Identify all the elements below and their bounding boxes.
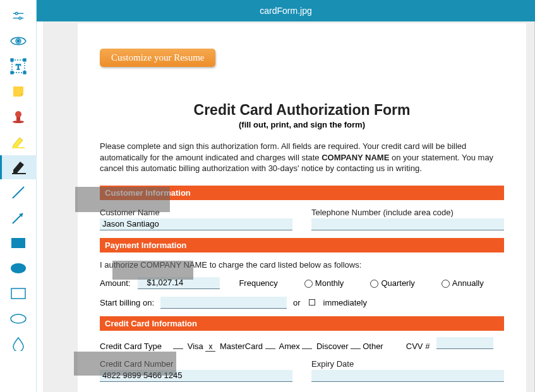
svg-point-5 <box>17 40 19 42</box>
rectangle-outline-icon[interactable] <box>5 282 32 306</box>
svg-rect-9 <box>11 71 13 74</box>
highlighter-icon[interactable] <box>5 130 32 154</box>
arrow-icon[interactable] <box>5 206 32 230</box>
file-title: cardForm.jpg <box>260 6 311 16</box>
ellipse-fill-icon[interactable] <box>5 256 32 280</box>
customer-name-label: Customer Name <box>100 208 160 217</box>
svg-rect-8 <box>23 59 26 61</box>
immediately-label: immediately <box>323 298 367 307</box>
immediately-checkbox[interactable] <box>309 299 315 306</box>
frequency-label: Frequency <box>239 278 277 288</box>
svg-rect-10 <box>23 71 26 74</box>
freq-quarterly[interactable]: Quarterly <box>370 278 414 288</box>
line-icon[interactable] <box>5 181 32 205</box>
note-icon[interactable] <box>5 80 32 104</box>
telephone-field[interactable] <box>311 218 504 230</box>
cc-number-label: Credit Card Number <box>100 359 173 369</box>
form-subtitle: (fill out, print, and sign the form) <box>100 120 504 129</box>
svg-point-14 <box>15 111 21 117</box>
svg-rect-19 <box>11 238 25 248</box>
customize-resume-button[interactable]: Customize your Resume <box>100 49 215 67</box>
svg-point-3 <box>18 17 21 20</box>
ellipse-outline-icon[interactable] <box>5 307 32 331</box>
svg-rect-7 <box>11 59 13 61</box>
svg-point-2 <box>15 13 18 15</box>
telephone-label: Telephone Number (include area code) <box>311 208 454 217</box>
document-page: Customize your Resume Credit Card Author… <box>78 23 526 392</box>
canvas-area[interactable]: Customize your Resume Credit Card Author… <box>43 21 535 392</box>
titlebar: cardForm.jpg <box>37 0 535 21</box>
cvv-field[interactable] <box>436 337 493 349</box>
svg-rect-21 <box>11 288 25 299</box>
stamp-icon[interactable] <box>5 105 32 129</box>
svg-point-20 <box>11 263 26 273</box>
svg-point-22 <box>11 314 26 323</box>
svg-rect-15 <box>12 147 25 148</box>
amount-field[interactable]: $1,027.14 <box>138 277 220 289</box>
svg-rect-16 <box>12 173 26 174</box>
text-frame-icon[interactable]: T <box>5 54 32 78</box>
section-cc: Credit Card Information <box>100 316 504 331</box>
eye-icon[interactable] <box>5 29 32 53</box>
section-payment: Payment Information <box>100 238 504 252</box>
customer-name-field[interactable]: Jason Santiago <box>100 218 292 230</box>
expiry-label: Expiry Date <box>311 359 354 369</box>
cc-number-field[interactable]: 4822 9899 5466 1245 <box>100 370 292 382</box>
marker-icon[interactable] <box>0 155 37 179</box>
cc-type-row: Credit Card Type Visa x MasterCard Amex … <box>100 337 504 352</box>
or-text: or <box>293 298 301 307</box>
amount-label: Amount: <box>100 278 130 288</box>
start-billing-field[interactable] <box>160 297 287 309</box>
intro-text: Please complete and sign this authorizat… <box>100 141 504 174</box>
form-title: Credit Card Authorization Form <box>100 102 504 119</box>
svg-text:T: T <box>16 62 21 71</box>
svg-line-17 <box>13 187 24 198</box>
annotation-toolbar: T <box>0 0 37 392</box>
freq-monthly[interactable]: Monthly <box>304 278 344 288</box>
visa-mark[interactable]: x <box>205 342 215 352</box>
section-customer: Customer Information <box>100 186 504 200</box>
start-billing-label: Start billing on: <box>100 298 154 307</box>
svg-point-12 <box>13 121 24 123</box>
sliders-icon[interactable] <box>5 4 32 28</box>
expiry-field[interactable] <box>311 370 504 382</box>
rectangle-fill-icon[interactable] <box>5 231 32 255</box>
freq-annually[interactable]: Annually <box>442 278 484 288</box>
drop-icon[interactable] <box>5 332 32 356</box>
authorize-text: I authorize COMPANY NAME to charge the c… <box>100 260 361 270</box>
